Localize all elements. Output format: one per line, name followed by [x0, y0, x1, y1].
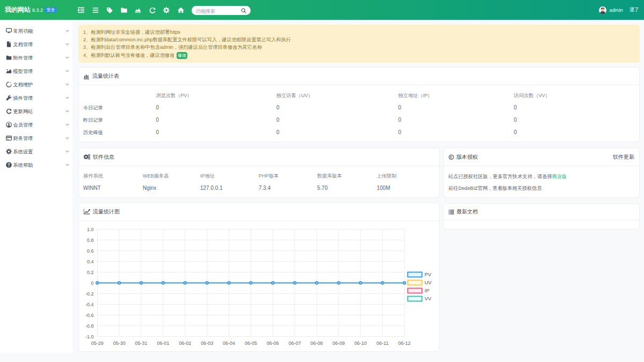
svg-text:-0.2: -0.2 [85, 291, 94, 297]
svg-text:UV: UV [425, 279, 432, 285]
svg-text:05-30: 05-30 [113, 341, 126, 346]
svg-text:IP: IP [425, 287, 429, 293]
svg-text:06-10: 06-10 [354, 341, 367, 346]
svg-text:05-31: 05-31 [135, 341, 148, 346]
svg-text:06-01: 06-01 [157, 341, 169, 346]
svg-text:-1.0: -1.0 [85, 334, 94, 339]
svg-text:06-11: 06-11 [377, 341, 389, 346]
svg-text:0.8: 0.8 [87, 238, 94, 243]
svg-text:0.6: 0.6 [87, 248, 94, 254]
svg-text:06-04: 06-04 [223, 341, 235, 346]
svg-text:06-02: 06-02 [179, 341, 191, 346]
svg-text:VV: VV [425, 295, 431, 301]
svg-text:06-06: 06-06 [267, 341, 279, 346]
svg-text:-0.8: -0.8 [85, 323, 94, 329]
svg-text:05-29: 05-29 [91, 341, 104, 346]
svg-text:06-08: 06-08 [311, 341, 323, 346]
svg-text:PV: PV [425, 271, 431, 277]
svg-text:06-12: 06-12 [398, 341, 411, 346]
svg-text:06-05: 06-05 [245, 341, 257, 346]
svg-text:0.4: 0.4 [87, 259, 94, 264]
svg-text:0: 0 [91, 280, 93, 286]
svg-text:-0.6: -0.6 [85, 313, 94, 318]
svg-text:06-09: 06-09 [332, 341, 345, 346]
svg-text:0.2: 0.2 [87, 270, 94, 275]
svg-text:-0.4: -0.4 [85, 302, 94, 307]
svg-text:06-07: 06-07 [289, 341, 301, 346]
svg-text:1.0: 1.0 [87, 227, 94, 232]
svg-text:06-03: 06-03 [201, 341, 213, 346]
